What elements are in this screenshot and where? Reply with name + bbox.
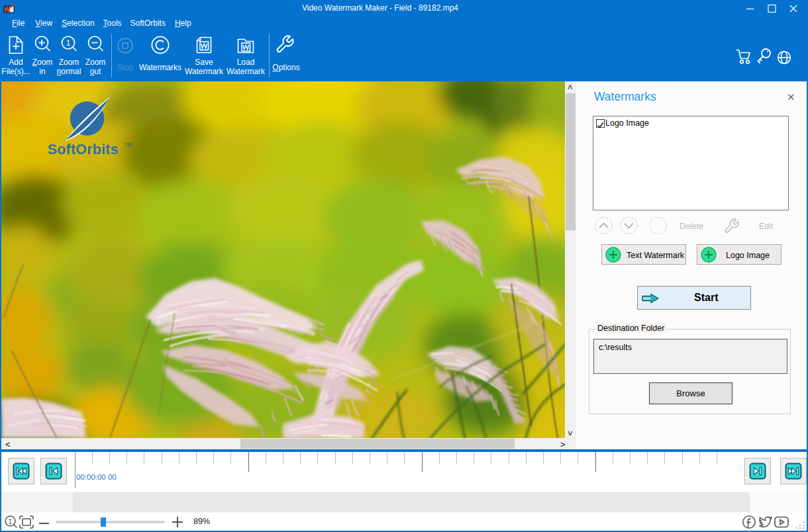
svg-text:TM: TM [125,142,132,147]
svg-text:Delete: Delete [680,222,703,231]
svg-text:1: 1 [9,517,13,525]
svg-text:SoftOrbits: SoftOrbits [48,142,119,157]
svg-text:1: 1 [66,38,71,48]
svg-text:Edit: Edit [759,222,774,231]
